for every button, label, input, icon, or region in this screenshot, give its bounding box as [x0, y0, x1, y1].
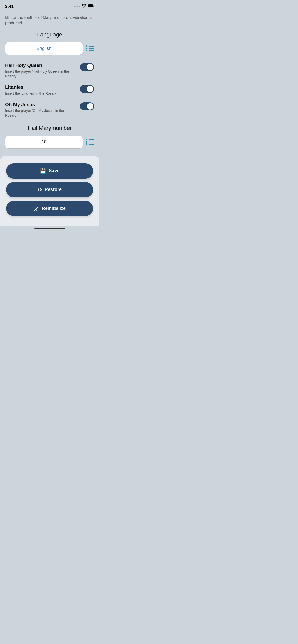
save-button[interactable]: 💾 Save: [6, 163, 93, 179]
hail-holy-queen-toggle[interactable]: [80, 63, 94, 71]
svg-rect-1: [88, 5, 93, 7]
litanies-label: Litanies: [5, 84, 76, 90]
reinitialize-icon: [34, 206, 39, 212]
restore-button[interactable]: ↺ Restore: [6, 182, 93, 197]
hail-mary-number-selector-row: 10: [5, 136, 94, 149]
home-indicator: [0, 226, 99, 231]
wifi-icon: [82, 4, 86, 9]
reinitialize-button[interactable]: Reinitialize: [6, 201, 93, 216]
oh-my-jesus-toggle[interactable]: [80, 102, 94, 110]
language-section-heading: Language: [5, 31, 94, 38]
status-time: 3:41: [5, 4, 14, 9]
save-icon: 💾: [40, 168, 46, 174]
hail-mary-number-section: Hail Mary number 10: [5, 125, 94, 149]
litanies-desc: Insert the 'Litanies' in the Rosary: [5, 91, 76, 96]
hail-holy-queen-desc: Insert the prayer 'Hail Holy Queen' in t…: [5, 69, 76, 78]
status-bar: 3:41: [0, 0, 99, 12]
hail-holy-queen-label: Hail Holy Queen: [5, 63, 76, 68]
home-bar: [34, 228, 65, 229]
language-selector[interactable]: English: [5, 42, 83, 55]
hail-mary-number-heading: Hail Mary number: [5, 125, 94, 131]
language-section: Language English: [5, 31, 94, 55]
bottom-card: 💾 Save ↺ Restore Reinitialize: [0, 156, 99, 226]
save-label: Save: [49, 168, 59, 173]
hail-mary-list-icon[interactable]: [86, 139, 94, 145]
hail-mary-number-selector[interactable]: 10: [5, 136, 83, 149]
signal-dots-icon: [74, 6, 80, 7]
battery-icon: [88, 4, 94, 9]
reinitialize-label: Reinitialize: [42, 206, 66, 211]
toggle-row-litanies: Litanies Insert the 'Litanies' in the Ro…: [5, 84, 94, 96]
litanies-toggle[interactable]: [80, 85, 94, 93]
status-icons: [74, 4, 94, 9]
toggles-section: Hail Holy Queen Insert the prayer 'Hail …: [5, 63, 94, 118]
description-text: fifth or the tenth Hail Mary, a differen…: [5, 12, 94, 31]
restore-icon: ↺: [38, 187, 42, 193]
oh-my-jesus-desc: Insert the prayer 'Oh My Jesus' in the R…: [5, 108, 76, 118]
toggle-row-hail-holy-queen: Hail Holy Queen Insert the prayer 'Hail …: [5, 63, 94, 78]
toggle-row-oh-my-jesus: Oh My Jesus Insert the prayer 'Oh My Jes…: [5, 102, 94, 118]
restore-label: Restore: [45, 187, 62, 192]
language-selector-row: English: [5, 42, 94, 55]
language-list-icon[interactable]: [86, 45, 94, 51]
oh-my-jesus-label: Oh My Jesus: [5, 102, 76, 107]
scroll-content: fifth or the tenth Hail Mary, a differen…: [0, 12, 99, 226]
